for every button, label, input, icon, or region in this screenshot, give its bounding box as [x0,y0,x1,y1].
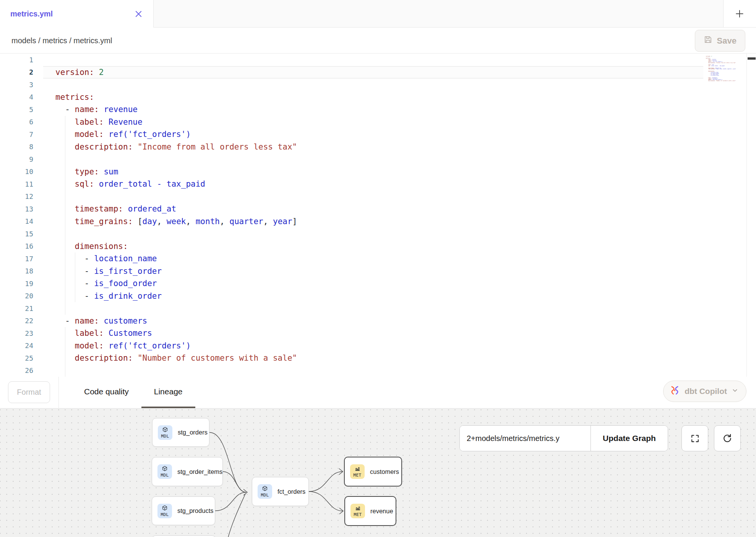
toolbar-divider [58,377,59,408]
close-tab-icon[interactable] [131,6,146,21]
node-label: fct_orders [277,488,305,495]
new-tab-plus-icon[interactable] [732,6,747,21]
line-number: 2 [0,66,38,79]
bar-chart-icon [354,465,360,473]
code-line[interactable]: version: 2 [43,66,746,79]
code-line[interactable]: - is_first_order [43,265,746,278]
line-number: 19 [0,277,38,290]
line-number: 4 [0,91,38,104]
line-number: 18 [0,265,38,278]
lineage-node-stg_orders[interactable]: MDLstg_orders [152,418,209,447]
scrollbar-thumb[interactable] [748,57,756,60]
code-area[interactable]: version: 2metrics: - name: revenue label… [43,54,746,377]
bar-chart-icon [355,505,361,513]
update-graph-button[interactable]: Update Graph [591,426,668,451]
tab-lineage[interactable]: Lineage [141,377,195,408]
code-line[interactable]: type: sum [43,166,746,178]
line-number: 23 [0,327,38,340]
scrollbar-gutter[interactable] [746,54,756,377]
node-label: stg_products [177,507,213,514]
line-number: 26 [0,365,38,377]
code-line[interactable] [43,365,746,377]
tab-metrics-yml[interactable]: metrics.yml [0,0,154,28]
lineage-node-stg_products[interactable]: MDLstg_products [152,496,215,525]
metric-badge: MET [350,504,365,518]
editor-bottom-toolbar: Format Code quality Lineage dbt Copilot [0,377,756,408]
line-number: 15 [0,228,38,240]
node-label: stg_orders [178,429,208,436]
fullscreen-button[interactable] [681,425,708,451]
code-line[interactable]: time_grains: [day, week, month, quarter,… [43,215,746,228]
code-line[interactable] [43,54,746,66]
code-line[interactable]: model: ref('fct_orders') [43,340,746,352]
line-number: 16 [0,240,38,253]
cube-icon [262,485,268,493]
new-tab-area [723,0,756,28]
line-number-gutter: 1234567891011121314151617181920212223242… [0,54,38,377]
line-number: 22 [0,315,38,327]
graph-selector-input[interactable] [460,426,591,451]
line-number: 24 [0,340,38,352]
code-line[interactable]: timestamp: ordered_at [43,203,746,215]
dbt-copilot-label: dbt Copilot [685,387,727,396]
code-line[interactable]: - name: customers [43,315,746,327]
tab-bar: metrics.yml [0,0,756,28]
code-line[interactable]: - is_drink_order [43,290,746,303]
code-line[interactable] [43,78,746,91]
fullscreen-icon [690,434,700,443]
dbt-copilot-button[interactable]: dbt Copilot [663,381,746,402]
line-number: 5 [0,103,38,116]
refresh-button[interactable] [714,425,741,451]
code-line[interactable] [43,153,746,166]
code-line[interactable]: description: "Income from all orders les… [43,141,746,153]
code-line[interactable]: description: "Number of customers with a… [43,352,746,365]
code-line[interactable]: dimensions: [43,240,746,253]
code-line[interactable]: label: Customers [43,327,746,340]
node-label: revenue [370,508,393,515]
code-editor[interactable]: 1234567891011121314151617181920212223242… [0,54,756,377]
node-label: stg_order_items [177,468,222,475]
code-line[interactable]: - is_food_order [43,277,746,290]
lineage-node-fct_orders[interactable]: MDLfct_orders [252,477,309,506]
line-number: 11 [0,178,38,190]
lineage-node-hidden_node[interactable]: MDL [152,535,216,537]
model-badge: MDL [157,504,172,518]
lineage-node-customers[interactable]: METcustomers [344,457,402,487]
dbt-copilot-icon [670,385,680,397]
tab-code-quality[interactable]: Code quality [71,377,141,408]
save-button[interactable]: Save [695,30,745,52]
cube-icon [162,426,168,434]
lineage-graph-panel[interactable]: MDLstg_orders MDLstg_order_items MDLstg_… [0,408,756,537]
code-line[interactable]: sql: order_total - tax_paid [43,178,746,190]
line-number: 10 [0,166,38,178]
metric-badge: MET [350,464,365,479]
refresh-icon [722,433,732,443]
format-button[interactable]: Format [8,381,50,403]
line-number: 6 [0,116,38,129]
save-label: Save [717,36,737,46]
line-number: 13 [0,203,38,215]
breadcrumb: models / metrics / metrics.yml [11,28,112,54]
code-line[interactable] [43,302,746,315]
line-number: 3 [0,78,38,91]
minimap[interactable]: version: 2metrics: - name: revenue label… [703,54,746,377]
model-badge: MDL [157,464,172,479]
code-line[interactable]: metrics: [43,91,746,104]
minimap-code: version: 2metrics: - name: revenue label… [706,55,736,83]
lineage-node-revenue[interactable]: METrevenue [344,496,396,526]
line-number: 12 [0,190,38,203]
graph-controls: Update Graph [459,425,668,451]
cube-icon [162,505,168,513]
line-number: 1 [0,54,38,66]
code-line[interactable] [43,190,746,203]
code-line[interactable] [43,228,746,240]
code-line[interactable]: - location_name [43,252,746,265]
code-line[interactable]: label: Revenue [43,116,746,129]
line-number: 17 [0,252,38,265]
code-line[interactable]: model: ref('fct_orders') [43,128,746,141]
lineage-node-stg_order_items[interactable]: MDLstg_order_items [152,457,223,486]
code-line[interactable]: - name: revenue [43,103,746,116]
line-number: 9 [0,153,38,166]
line-number: 14 [0,215,38,228]
node-label: customers [370,468,399,475]
